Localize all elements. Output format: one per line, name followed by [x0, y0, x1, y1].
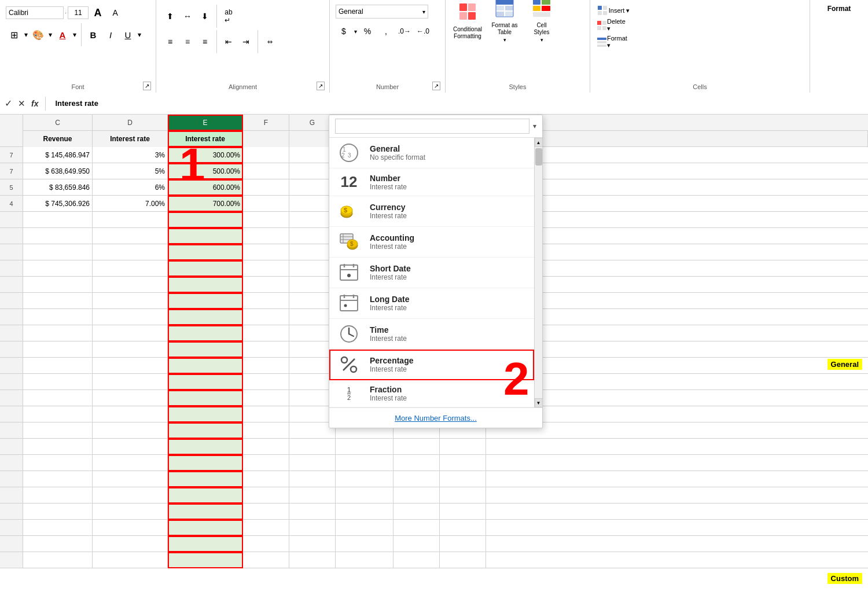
- cell-empty[interactable]: [23, 374, 93, 390]
- cell-empty[interactable]: [289, 520, 336, 536]
- cell-empty[interactable]: [23, 455, 93, 471]
- cell-empty[interactable]: [440, 439, 486, 455]
- cell-empty[interactable]: [93, 406, 168, 422]
- cell-empty[interactable]: [336, 487, 393, 504]
- cell-e-empty[interactable]: [168, 536, 243, 552]
- cell-e-empty[interactable]: [168, 244, 243, 260]
- dropdown-item-time[interactable]: Time Interest rate: [329, 319, 534, 350]
- col-header-f[interactable]: F: [243, 115, 289, 131]
- cell-d4[interactable]: 7.00%: [93, 196, 168, 212]
- cell-empty[interactable]: [23, 325, 93, 341]
- number-expand-btn[interactable]: ↗: [432, 82, 440, 90]
- cell-empty[interactable]: [243, 455, 289, 471]
- font-grow-btn[interactable]: A: [90, 5, 106, 21]
- cell-header-c[interactable]: Revenue: [23, 131, 93, 147]
- cell-e-empty[interactable]: [168, 487, 243, 504]
- cell-d2[interactable]: 5%: [93, 163, 168, 179]
- cell-empty[interactable]: [243, 325, 289, 341]
- cell-e-empty[interactable]: [168, 212, 243, 228]
- cell-e-empty[interactable]: [168, 422, 243, 439]
- cell-empty[interactable]: [440, 536, 486, 552]
- conditional-formatting-btn[interactable]: ConditionalFormatting: [451, 5, 484, 37]
- cell-e-empty[interactable]: [168, 455, 243, 471]
- col-header-d[interactable]: D: [93, 115, 168, 131]
- align-center-btn[interactable]: ≡: [179, 34, 196, 50]
- cell-f4[interactable]: [243, 196, 289, 212]
- cell-f2[interactable]: [243, 163, 289, 179]
- dropdown-item-number[interactable]: 12 Number Interest rate: [329, 168, 534, 196]
- increase-decimal-btn[interactable]: .0→: [396, 23, 413, 39]
- cell-empty[interactable]: [93, 244, 168, 260]
- cell-empty[interactable]: [23, 536, 93, 552]
- cell-empty[interactable]: [243, 552, 289, 568]
- cell-empty[interactable]: [93, 212, 168, 228]
- cell-empty[interactable]: [243, 212, 289, 228]
- cell-empty[interactable]: [289, 439, 336, 455]
- borders-btn[interactable]: ⊞: [6, 27, 22, 43]
- dropdown-arrow[interactable]: ▾: [533, 122, 536, 130]
- cell-empty[interactable]: [93, 439, 168, 455]
- cell-header-d[interactable]: Interest rate: [93, 131, 168, 147]
- cell-empty[interactable]: [93, 520, 168, 536]
- cell-e-empty[interactable]: [168, 358, 243, 374]
- dropdown-scrollbar[interactable]: ▲ ▼: [534, 138, 542, 407]
- cell-empty[interactable]: [440, 487, 486, 504]
- underline-btn[interactable]: U: [120, 27, 136, 43]
- font-shrink-btn[interactable]: A: [107, 5, 123, 21]
- cell-e-empty[interactable]: [168, 277, 243, 293]
- cell-empty[interactable]: [440, 552, 486, 568]
- cell-empty[interactable]: [23, 277, 93, 293]
- cell-empty[interactable]: [440, 471, 486, 487]
- dropdown-item-long-date[interactable]: Long Date Interest rate: [329, 288, 534, 319]
- cell-empty[interactable]: [23, 260, 93, 277]
- cell-e-empty[interactable]: [168, 293, 243, 309]
- cell-e-empty[interactable]: [168, 471, 243, 487]
- cell-empty[interactable]: [93, 341, 168, 358]
- align-left-btn[interactable]: ≡: [162, 34, 178, 50]
- cell-empty[interactable]: [440, 455, 486, 471]
- cell-empty[interactable]: [393, 536, 440, 552]
- comma-quick-btn[interactable]: ,: [378, 23, 394, 39]
- fill-color-btn[interactable]: 🎨: [30, 27, 46, 43]
- merge-center-btn[interactable]: ⇔: [262, 34, 278, 50]
- cell-empty[interactable]: [243, 504, 289, 520]
- currency-quick-btn[interactable]: $: [336, 23, 352, 39]
- cell-empty[interactable]: [289, 504, 336, 520]
- dropdown-item-general[interactable]: 1 2 3 General No specific format: [329, 138, 534, 168]
- cell-e-empty[interactable]: [168, 390, 243, 406]
- cell-empty[interactable]: [93, 422, 168, 439]
- formula-x-mark[interactable]: ✕: [18, 98, 25, 109]
- cell-empty[interactable]: [23, 244, 93, 260]
- cell-empty[interactable]: [93, 325, 168, 341]
- font-expand-btn[interactable]: ↗: [143, 82, 151, 90]
- cell-e-empty[interactable]: [168, 374, 243, 390]
- cell-empty[interactable]: [23, 471, 93, 487]
- delete-btn[interactable]: Delete ▾: [596, 17, 631, 33]
- cell-empty[interactable]: [336, 520, 393, 536]
- cell-empty[interactable]: [243, 536, 289, 552]
- cell-empty[interactable]: [23, 390, 93, 406]
- align-right-btn[interactable]: ≡: [197, 34, 213, 50]
- number-format-dropdown[interactable]: General ▾: [336, 5, 428, 19]
- align-top-btn[interactable]: ⬆: [162, 8, 178, 24]
- cell-e-empty[interactable]: [168, 406, 243, 422]
- cell-empty[interactable]: [243, 293, 289, 309]
- cell-empty[interactable]: [93, 390, 168, 406]
- cell-empty[interactable]: [23, 228, 93, 244]
- cell-empty[interactable]: [23, 309, 93, 325]
- cell-c3[interactable]: $ 83,659.846: [23, 179, 93, 196]
- cell-empty[interactable]: [243, 406, 289, 422]
- cell-empty[interactable]: [243, 374, 289, 390]
- font-color-btn[interactable]: A: [54, 27, 71, 43]
- cell-empty[interactable]: [23, 520, 93, 536]
- cell-c2[interactable]: $ 638,649.950: [23, 163, 93, 179]
- cell-empty[interactable]: [93, 358, 168, 374]
- cell-empty[interactable]: [23, 341, 93, 358]
- italic-btn[interactable]: I: [102, 27, 119, 43]
- cell-empty[interactable]: [393, 552, 440, 568]
- cell-empty[interactable]: [243, 244, 289, 260]
- cell-empty[interactable]: [93, 374, 168, 390]
- cell-f1[interactable]: [243, 147, 289, 163]
- cell-empty[interactable]: [23, 422, 93, 439]
- cell-empty[interactable]: [243, 277, 289, 293]
